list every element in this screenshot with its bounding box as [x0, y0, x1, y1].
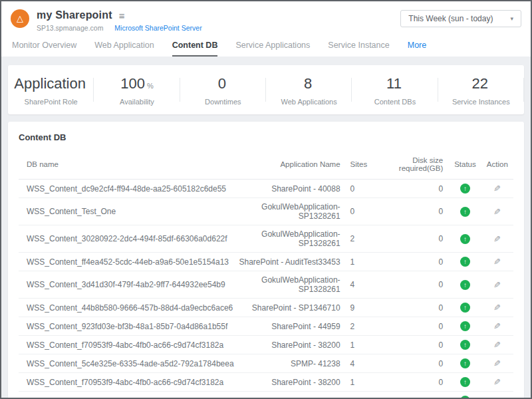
status-up-icon: ↑ [460, 257, 470, 267]
table-row: WSS_Content_f70953f9-4abc-4fb0-ac66-c9d7… [19, 336, 513, 354]
application-name-cell: SharePoint - AuditTest33453 [236, 253, 340, 271]
disk-size-cell: 0 [385, 373, 450, 392]
sites-cell: 4 [340, 271, 385, 299]
db-name-cell: WSS_Content_3d41d30f-479f-4ab2-9ff7-6449… [19, 271, 236, 299]
title-block: my Sharepoint ≡ SP13.spmanage.com Micros… [37, 9, 202, 32]
disk-size-cell: 0 [385, 271, 450, 299]
content-db-table: DB name Application Name Sites Disk size… [19, 150, 513, 398]
edit-pencil-icon[interactable]: ✎ [493, 340, 501, 350]
action-cell: ✎ [481, 392, 513, 398]
action-cell: ✎ [481, 271, 513, 299]
status-up-icon: ↑ [460, 234, 470, 244]
application-name-cell: GokulWebApplication- SP1328261 [236, 225, 340, 253]
action-cell: ✎ [481, 225, 513, 253]
column-header-disk-size: Disk size required(GB) [385, 150, 450, 180]
application-name-cell: GokulWebApplication- SP1328261 [236, 198, 340, 225]
column-header-sites: Sites [340, 150, 385, 180]
stat-block: 8 Web Applications [266, 75, 352, 106]
monitor-avatar: △ [11, 9, 29, 28]
action-cell: ✎ [481, 373, 513, 392]
stat-block: 22 Service Instances [438, 75, 524, 106]
edit-pencil-icon[interactable]: ✎ [493, 396, 501, 398]
stat-label: Content DBs [352, 98, 438, 106]
stat-label: Web Applications [266, 98, 352, 106]
disk-size-cell: 0 [385, 317, 450, 336]
table-header-row: DB name Application Name Sites Disk size… [19, 150, 513, 180]
summary-stats-card: Application SharePoint Role 100% Availab… [8, 65, 524, 114]
table-row: WSS_Content_3d41d30f-479f-4ab2-9ff7-6449… [19, 271, 513, 299]
edit-pencil-icon[interactable]: ✎ [493, 377, 501, 387]
status-cell: ↑ [449, 354, 481, 373]
sites-cell: 1 [340, 373, 385, 392]
edit-pencil-icon[interactable]: ✎ [493, 280, 501, 290]
table-row: WSS_Content_Test_One GokulWebApplication… [19, 198, 513, 225]
disk-size-cell: 0 [385, 299, 450, 317]
column-header-action: Action [481, 150, 513, 180]
action-cell: ✎ [481, 317, 513, 336]
server-type-link[interactable]: Microsoft SharePoint Server [114, 24, 201, 32]
stat-value: 8 [304, 75, 312, 92]
stat-value: 22 [472, 75, 488, 92]
edit-pencil-icon[interactable]: ✎ [493, 321, 501, 331]
section-title: Content DB [19, 131, 513, 150]
sites-cell: 9 [340, 299, 385, 317]
status-cell: ↑ [449, 225, 481, 253]
status-cell: ↑ [449, 180, 481, 198]
db-name-cell: WSS_Content_Test_One [19, 198, 236, 225]
column-header-db-name: DB name [19, 150, 236, 180]
tab-item[interactable]: Service Applications [235, 41, 310, 57]
sites-cell: 1 [340, 336, 385, 354]
status-up-icon: ↑ [460, 280, 470, 290]
tab-item[interactable]: Web Application [94, 41, 154, 57]
stat-value: 11 [386, 75, 402, 92]
status-up-icon: ↑ [460, 184, 470, 194]
db-name-cell: WSS_Content_923fd03e-bf3b-48a1-85b7-0a4d… [19, 317, 236, 336]
edit-pencil-icon[interactable]: ✎ [493, 303, 501, 313]
status-up-icon: ↑ [460, 303, 470, 313]
table-row: WSS_Content_30280922-2dc4-494f-85df-6630… [19, 225, 513, 253]
app-header: △ my Sharepoint ≡ SP13.spmanage.com Micr… [1, 1, 531, 57]
stat-block: Application SharePoint Role [8, 75, 94, 106]
status-up-icon: ↑ [460, 340, 470, 350]
status-up-icon: ↑ [460, 321, 470, 331]
edit-pencil-icon[interactable]: ✎ [493, 358, 501, 368]
warning-triangle-icon: △ [17, 13, 23, 23]
db-name-cell: WSS_Content_30280922-2dc4-494f-85df-6630… [19, 225, 236, 253]
status-cell: ↑ [449, 253, 481, 271]
status-up-icon: ↑ [460, 396, 470, 398]
status-cell: ↑ [449, 299, 481, 317]
tab-item[interactable]: Content DB [172, 41, 218, 57]
status-cell: ↑ [449, 336, 481, 354]
stat-label: Availability [94, 98, 180, 106]
hamburger-menu-icon[interactable]: ≡ [119, 10, 125, 21]
action-cell: ✎ [481, 354, 513, 373]
sites-cell: 4 [340, 392, 385, 398]
edit-pencil-icon[interactable]: ✎ [493, 257, 501, 267]
tab-item[interactable]: Monitor Overview [12, 41, 76, 57]
sites-cell: 0 [340, 198, 385, 225]
action-cell: ✎ [481, 299, 513, 317]
stat-value: 0 [218, 75, 226, 92]
application-name-cell: GokulWebApplication- SP1328261 [236, 271, 340, 299]
edit-pencil-icon[interactable]: ✎ [493, 234, 501, 244]
stat-value: Application [14, 75, 86, 92]
edit-pencil-icon[interactable]: ✎ [493, 207, 501, 217]
time-range-dropdown[interactable]: This Week (sun - today) ▾ [400, 10, 521, 27]
tab-item[interactable]: Service Instance [328, 41, 389, 57]
sites-cell: 4 [340, 354, 385, 373]
status-up-icon: ↑ [460, 207, 470, 217]
app-window: △ my Sharepoint ≡ SP13.spmanage.com Micr… [0, 0, 532, 399]
application-name-cell: SharePoint - 38200 [236, 373, 340, 392]
edit-pencil-icon[interactable]: ✎ [493, 184, 501, 194]
action-cell: ✎ [481, 180, 513, 198]
application-name-cell: SharePoint - 38200 [236, 336, 340, 354]
disk-size-cell: 0 [385, 392, 450, 398]
stat-label: SharePoint Role [8, 98, 94, 106]
chevron-down-icon: ▾ [510, 15, 513, 22]
db-name-cell: WSS_Content_5c4e325e-6335-4ade-a5d2-792a… [19, 392, 236, 398]
tab-bar: Monitor Overview Web Application Content… [11, 41, 521, 57]
stat-block: 11 Content DBs [352, 75, 438, 106]
tab-item[interactable]: More [408, 41, 426, 57]
table-row: WSS_Content_ff4ea452-5cdc-44eb-a9a6-50e1… [19, 253, 513, 271]
action-cell: ✎ [481, 198, 513, 225]
